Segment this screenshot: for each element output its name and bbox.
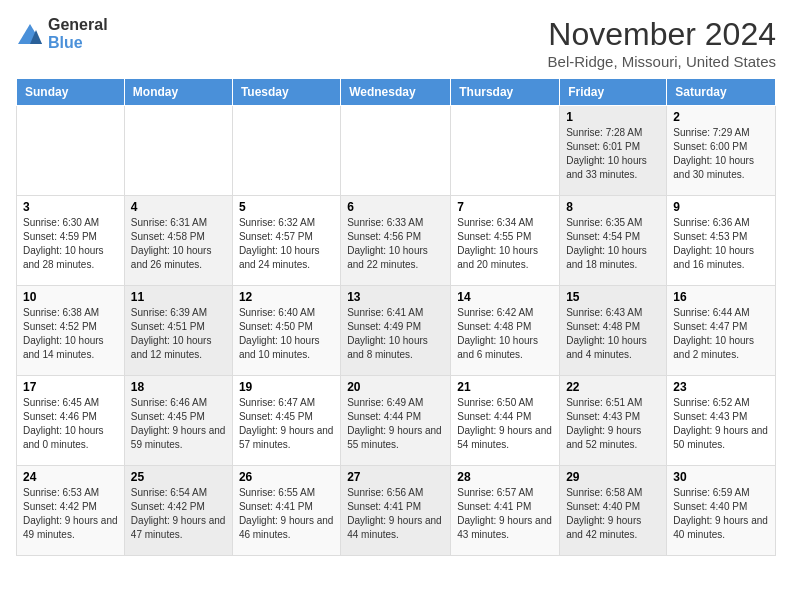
cell-content: Sunrise: 6:54 AM Sunset: 4:42 PM Dayligh…	[131, 486, 226, 542]
day-number: 18	[131, 380, 226, 394]
day-number: 28	[457, 470, 553, 484]
generalblue-logo-icon	[16, 22, 44, 46]
title-area: November 2024 Bel-Ridge, Missouri, Unite…	[548, 16, 776, 70]
calendar-cell: 11Sunrise: 6:39 AM Sunset: 4:51 PM Dayli…	[124, 286, 232, 376]
cell-content: Sunrise: 6:46 AM Sunset: 4:45 PM Dayligh…	[131, 396, 226, 452]
calendar-cell: 22Sunrise: 6:51 AM Sunset: 4:43 PM Dayli…	[560, 376, 667, 466]
day-number: 4	[131, 200, 226, 214]
day-number: 7	[457, 200, 553, 214]
calendar-week-row: 1Sunrise: 7:28 AM Sunset: 6:01 PM Daylig…	[17, 106, 776, 196]
calendar-cell: 4Sunrise: 6:31 AM Sunset: 4:58 PM Daylig…	[124, 196, 232, 286]
day-number: 5	[239, 200, 334, 214]
cell-content: Sunrise: 6:49 AM Sunset: 4:44 PM Dayligh…	[347, 396, 444, 452]
page-header: General Blue November 2024 Bel-Ridge, Mi…	[16, 16, 776, 70]
calendar-cell: 6Sunrise: 6:33 AM Sunset: 4:56 PM Daylig…	[341, 196, 451, 286]
day-number: 17	[23, 380, 118, 394]
calendar-week-row: 24Sunrise: 6:53 AM Sunset: 4:42 PM Dayli…	[17, 466, 776, 556]
day-number: 16	[673, 290, 769, 304]
day-number: 12	[239, 290, 334, 304]
cell-content: Sunrise: 6:42 AM Sunset: 4:48 PM Dayligh…	[457, 306, 553, 362]
day-number: 14	[457, 290, 553, 304]
calendar-cell: 15Sunrise: 6:43 AM Sunset: 4:48 PM Dayli…	[560, 286, 667, 376]
calendar-cell: 14Sunrise: 6:42 AM Sunset: 4:48 PM Dayli…	[451, 286, 560, 376]
cell-content: Sunrise: 7:28 AM Sunset: 6:01 PM Dayligh…	[566, 126, 660, 182]
cell-content: Sunrise: 6:43 AM Sunset: 4:48 PM Dayligh…	[566, 306, 660, 362]
day-number: 1	[566, 110, 660, 124]
weekday-header-cell: Sunday	[17, 79, 125, 106]
cell-content: Sunrise: 6:52 AM Sunset: 4:43 PM Dayligh…	[673, 396, 769, 452]
calendar-cell: 19Sunrise: 6:47 AM Sunset: 4:45 PM Dayli…	[232, 376, 340, 466]
cell-content: Sunrise: 6:55 AM Sunset: 4:41 PM Dayligh…	[239, 486, 334, 542]
day-number: 19	[239, 380, 334, 394]
calendar-cell: 8Sunrise: 6:35 AM Sunset: 4:54 PM Daylig…	[560, 196, 667, 286]
logo-general: General	[48, 16, 108, 33]
cell-content: Sunrise: 6:51 AM Sunset: 4:43 PM Dayligh…	[566, 396, 660, 452]
calendar-cell: 7Sunrise: 6:34 AM Sunset: 4:55 PM Daylig…	[451, 196, 560, 286]
cell-content: Sunrise: 6:33 AM Sunset: 4:56 PM Dayligh…	[347, 216, 444, 272]
weekday-header-cell: Wednesday	[341, 79, 451, 106]
cell-content: Sunrise: 7:29 AM Sunset: 6:00 PM Dayligh…	[673, 126, 769, 182]
calendar-cell: 27Sunrise: 6:56 AM Sunset: 4:41 PM Dayli…	[341, 466, 451, 556]
weekday-header-cell: Friday	[560, 79, 667, 106]
cell-content: Sunrise: 6:53 AM Sunset: 4:42 PM Dayligh…	[23, 486, 118, 542]
calendar-cell: 16Sunrise: 6:44 AM Sunset: 4:47 PM Dayli…	[667, 286, 776, 376]
calendar-cell: 13Sunrise: 6:41 AM Sunset: 4:49 PM Dayli…	[341, 286, 451, 376]
day-number: 21	[457, 380, 553, 394]
day-number: 15	[566, 290, 660, 304]
day-number: 6	[347, 200, 444, 214]
calendar-cell: 24Sunrise: 6:53 AM Sunset: 4:42 PM Dayli…	[17, 466, 125, 556]
day-number: 2	[673, 110, 769, 124]
cell-content: Sunrise: 6:59 AM Sunset: 4:40 PM Dayligh…	[673, 486, 769, 542]
cell-content: Sunrise: 6:35 AM Sunset: 4:54 PM Dayligh…	[566, 216, 660, 272]
calendar-cell: 23Sunrise: 6:52 AM Sunset: 4:43 PM Dayli…	[667, 376, 776, 466]
cell-content: Sunrise: 6:38 AM Sunset: 4:52 PM Dayligh…	[23, 306, 118, 362]
day-number: 27	[347, 470, 444, 484]
cell-content: Sunrise: 6:39 AM Sunset: 4:51 PM Dayligh…	[131, 306, 226, 362]
calendar-cell: 12Sunrise: 6:40 AM Sunset: 4:50 PM Dayli…	[232, 286, 340, 376]
cell-content: Sunrise: 6:56 AM Sunset: 4:41 PM Dayligh…	[347, 486, 444, 542]
calendar-cell	[341, 106, 451, 196]
cell-content: Sunrise: 6:32 AM Sunset: 4:57 PM Dayligh…	[239, 216, 334, 272]
day-number: 23	[673, 380, 769, 394]
logo: General Blue	[16, 16, 108, 52]
calendar-cell: 25Sunrise: 6:54 AM Sunset: 4:42 PM Dayli…	[124, 466, 232, 556]
weekday-header-cell: Saturday	[667, 79, 776, 106]
weekday-header-cell: Thursday	[451, 79, 560, 106]
day-number: 26	[239, 470, 334, 484]
calendar-cell: 30Sunrise: 6:59 AM Sunset: 4:40 PM Dayli…	[667, 466, 776, 556]
cell-content: Sunrise: 6:41 AM Sunset: 4:49 PM Dayligh…	[347, 306, 444, 362]
calendar-cell: 1Sunrise: 7:28 AM Sunset: 6:01 PM Daylig…	[560, 106, 667, 196]
day-number: 11	[131, 290, 226, 304]
calendar-cell: 28Sunrise: 6:57 AM Sunset: 4:41 PM Dayli…	[451, 466, 560, 556]
month-title: November 2024	[548, 16, 776, 53]
calendar-cell: 5Sunrise: 6:32 AM Sunset: 4:57 PM Daylig…	[232, 196, 340, 286]
day-number: 24	[23, 470, 118, 484]
cell-content: Sunrise: 6:45 AM Sunset: 4:46 PM Dayligh…	[23, 396, 118, 452]
day-number: 13	[347, 290, 444, 304]
day-number: 30	[673, 470, 769, 484]
weekday-header-row: SundayMondayTuesdayWednesdayThursdayFrid…	[17, 79, 776, 106]
calendar-cell: 17Sunrise: 6:45 AM Sunset: 4:46 PM Dayli…	[17, 376, 125, 466]
calendar-week-row: 10Sunrise: 6:38 AM Sunset: 4:52 PM Dayli…	[17, 286, 776, 376]
calendar-table: SundayMondayTuesdayWednesdayThursdayFrid…	[16, 78, 776, 556]
day-number: 29	[566, 470, 660, 484]
day-number: 20	[347, 380, 444, 394]
day-number: 10	[23, 290, 118, 304]
calendar-week-row: 3Sunrise: 6:30 AM Sunset: 4:59 PM Daylig…	[17, 196, 776, 286]
cell-content: Sunrise: 6:31 AM Sunset: 4:58 PM Dayligh…	[131, 216, 226, 272]
day-number: 22	[566, 380, 660, 394]
day-number: 3	[23, 200, 118, 214]
calendar-cell: 29Sunrise: 6:58 AM Sunset: 4:40 PM Dayli…	[560, 466, 667, 556]
cell-content: Sunrise: 6:57 AM Sunset: 4:41 PM Dayligh…	[457, 486, 553, 542]
cell-content: Sunrise: 6:36 AM Sunset: 4:53 PM Dayligh…	[673, 216, 769, 272]
calendar-cell: 26Sunrise: 6:55 AM Sunset: 4:41 PM Dayli…	[232, 466, 340, 556]
day-number: 8	[566, 200, 660, 214]
calendar-cell	[124, 106, 232, 196]
calendar-body: 1Sunrise: 7:28 AM Sunset: 6:01 PM Daylig…	[17, 106, 776, 556]
calendar-cell	[451, 106, 560, 196]
cell-content: Sunrise: 6:58 AM Sunset: 4:40 PM Dayligh…	[566, 486, 660, 542]
cell-content: Sunrise: 6:44 AM Sunset: 4:47 PM Dayligh…	[673, 306, 769, 362]
calendar-week-row: 17Sunrise: 6:45 AM Sunset: 4:46 PM Dayli…	[17, 376, 776, 466]
calendar-cell	[232, 106, 340, 196]
logo-blue: Blue	[48, 34, 83, 51]
